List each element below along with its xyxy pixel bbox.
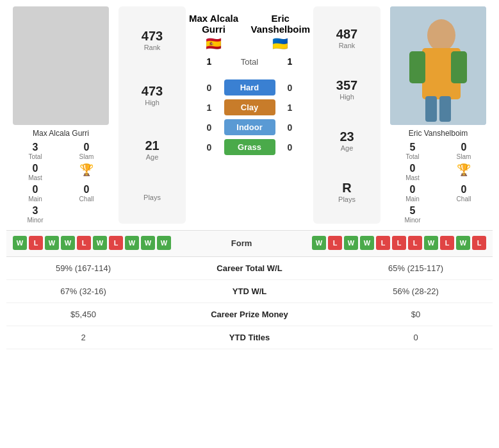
form-badge-left: W (141, 236, 155, 250)
form-badge-right: W (344, 236, 358, 250)
center-right-name: Eric Vanshelboim 🇺🇦 (250, 13, 310, 51)
court-row-indoor: 0 Indoor 0 (189, 119, 310, 135)
right-rank-block: 487 Rank (336, 27, 357, 49)
right-age-block: 23 Age (339, 129, 354, 152)
court-row-hard: 0 Hard 0 (189, 79, 310, 95)
left-total-block: 3 Total (13, 142, 58, 160)
right-high-block: 357 High (336, 78, 357, 101)
stats-row-right-2: $0 (352, 310, 480, 319)
stats-row-center-1: YTD W/L (147, 286, 352, 296)
right-chall-value: 0 (461, 184, 467, 195)
left-form-badges: WLWWLWLWWW (13, 236, 171, 250)
form-badge-left: W (61, 236, 75, 250)
left-trophy-block: 🏆 (64, 163, 109, 181)
right-rank-label: Rank (336, 42, 357, 49)
left-plays-label: Plays (143, 194, 161, 201)
left-trophy-icon: 🏆 (79, 163, 94, 177)
stats-rows: 59% (167-114) Career Total W/L 65% (215-… (6, 256, 493, 349)
center-left-name-line1: Max Alcala (189, 13, 238, 24)
form-row: WLWWLWLWWW Form WLWWLLLWLWL (13, 236, 486, 250)
right-flag: 🇺🇦 (250, 36, 310, 51)
left-mast-label: Mast (28, 174, 42, 181)
left-chall-label: Chall (79, 195, 94, 203)
right-age-label: Age (339, 144, 354, 152)
right-minor-block: 5 Minor (390, 205, 435, 224)
svg-rect-5 (425, 96, 437, 122)
clay-court-btn[interactable]: Clay (224, 99, 275, 115)
player-left-photo (13, 6, 109, 125)
total-left-score: 1 (200, 56, 219, 67)
form-badge-right: L (392, 236, 406, 250)
form-badge-right: L (328, 236, 342, 250)
svg-rect-3 (409, 51, 425, 83)
left-chall-block: 0 Chall (64, 184, 109, 203)
form-badge-right: L (408, 236, 422, 250)
indoor-court-btn[interactable]: Indoor (224, 119, 275, 135)
grass-left-score: 0 (200, 142, 219, 153)
right-total-value: 5 (410, 142, 416, 153)
right-chall-label: Chall (457, 195, 471, 203)
hard-left-score: 0 (200, 83, 219, 93)
stats-row: 67% (32-16) YTD W/L 56% (28-22) (6, 280, 493, 303)
form-badge-right: W (456, 236, 470, 250)
main-container: Max Alcala Gurri 3 Total 0 Slam 0 Mast 🏆 (0, 0, 499, 356)
player-right-photo (390, 6, 486, 125)
right-high-value: 357 (336, 78, 357, 93)
right-trophy-block: 🏆 (441, 163, 486, 181)
center-left-name-line2: Gurri (189, 24, 238, 35)
left-total-label: Total (28, 153, 42, 160)
left-slam-label: Slam (79, 153, 94, 160)
right-mast-block: 0 Mast (390, 163, 435, 181)
court-row-grass: 0 Grass 0 (189, 139, 310, 155)
right-slam-label: Slam (457, 153, 471, 160)
total-right-score: 1 (281, 56, 300, 67)
stats-row-right-3: 0 (352, 333, 480, 342)
court-rows: 0 Hard 0 1 Clay 1 0 Indoor 0 0 Grass (189, 76, 310, 159)
left-chall-value: 0 (84, 184, 90, 195)
left-high-value: 473 (142, 84, 163, 99)
center-section: Max Alcala Gurri 🇪🇸 Eric Vanshelboim 🇺🇦 … (189, 6, 310, 224)
stats-row: $5,450 Career Prize Money $0 (6, 303, 493, 326)
right-slam-block: 0 Slam (441, 142, 486, 160)
player-left-name: Max Alcala Gurri (33, 129, 89, 138)
stats-row-center-3: YTD Titles (147, 333, 352, 342)
grass-right-score: 0 (281, 142, 300, 153)
stats-row-left-3: 2 (19, 333, 147, 342)
left-stats-panel: 473 Rank 473 High 21 Age Plays (119, 6, 186, 224)
svg-rect-6 (439, 96, 451, 122)
players-section: Max Alcala Gurri 3 Total 0 Slam 0 Mast 🏆 (6, 6, 493, 224)
player-right-name: Eric Vanshelboim (409, 129, 468, 138)
court-row-clay: 1 Clay 1 (189, 99, 310, 115)
left-high-block: 473 High (142, 84, 163, 106)
left-minor-value: 3 (33, 205, 38, 217)
hard-court-btn[interactable]: Hard (224, 79, 275, 95)
right-total-label: Total (405, 153, 419, 160)
right-total-block: 5 Total (390, 142, 435, 160)
left-main-block: 0 Main (13, 184, 58, 203)
stats-row: 59% (167-114) Career Total W/L 65% (215-… (6, 257, 493, 280)
left-age-value: 21 (145, 138, 159, 153)
right-plays-value: R (338, 181, 356, 195)
stats-row-center-0: Career Total W/L (147, 263, 352, 273)
indoor-right-score: 0 (281, 122, 300, 133)
left-main-label: Main (28, 195, 42, 203)
right-trophy-icon: 🏆 (457, 163, 471, 177)
left-mast-block: 0 Mast (13, 163, 58, 181)
left-main-value: 0 (33, 184, 38, 195)
grass-court-btn[interactable]: Grass (224, 139, 275, 155)
center-left-name: Max Alcala Gurri 🇪🇸 (189, 13, 238, 51)
stats-row: 2 YTD Titles 0 (6, 326, 493, 349)
form-badge-right: L (376, 236, 390, 250)
total-row: 1 Total 1 (200, 56, 300, 67)
player-right-card: Eric Vanshelboim 5 Total 0 Slam 0 Mast 🏆 (384, 6, 493, 224)
stats-row-center-2: Career Prize Money (147, 310, 352, 319)
total-label: Total (224, 57, 275, 67)
form-badge-right: W (424, 236, 438, 250)
left-plays-block: Plays (143, 194, 161, 201)
right-form-badges: WLWWLLLWLWL (312, 236, 486, 250)
svg-point-1 (427, 19, 455, 51)
left-minor-block: 3 Minor (13, 205, 58, 224)
left-rank-value: 473 (142, 29, 163, 44)
form-label: Form (171, 238, 312, 248)
form-badge-right: L (440, 236, 454, 250)
